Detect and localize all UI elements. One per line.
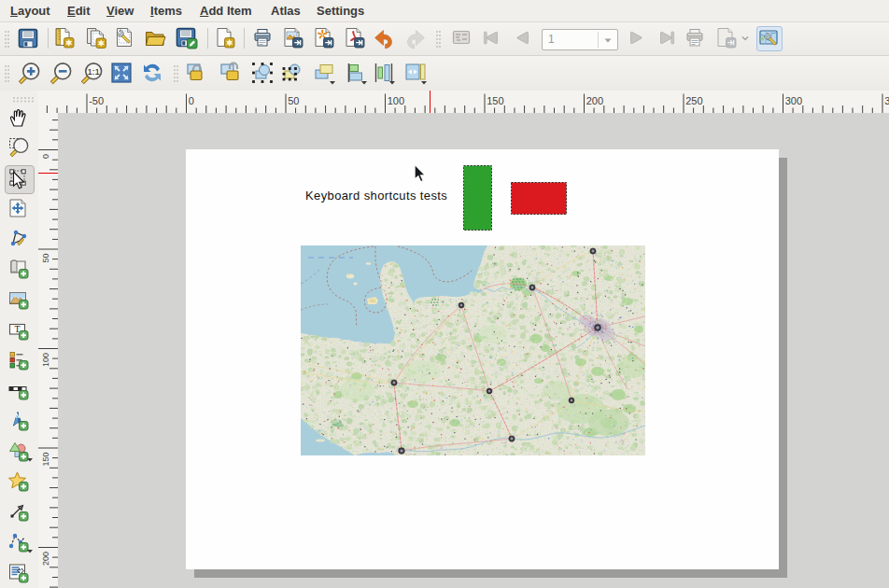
svg-text:100: 100 <box>388 95 404 106</box>
svg-text:0: 0 <box>41 154 50 159</box>
svg-text:300: 300 <box>785 95 802 106</box>
svg-text:350: 350 <box>884 95 889 106</box>
svg-text:-50: -50 <box>89 95 104 106</box>
svg-text:1:1: 1:1 <box>87 66 100 77</box>
svg-text:150: 150 <box>487 95 503 106</box>
svg-text:200: 200 <box>41 552 50 566</box>
svg-text:250: 250 <box>685 95 702 106</box>
svg-text:N: N <box>16 413 21 419</box>
svg-text:50: 50 <box>288 95 299 106</box>
svg-text:150: 150 <box>41 453 50 467</box>
svg-text:0: 0 <box>189 95 194 106</box>
svg-text:100: 100 <box>41 353 50 367</box>
svg-text:50: 50 <box>41 254 50 263</box>
svg-text:200: 200 <box>586 95 603 106</box>
